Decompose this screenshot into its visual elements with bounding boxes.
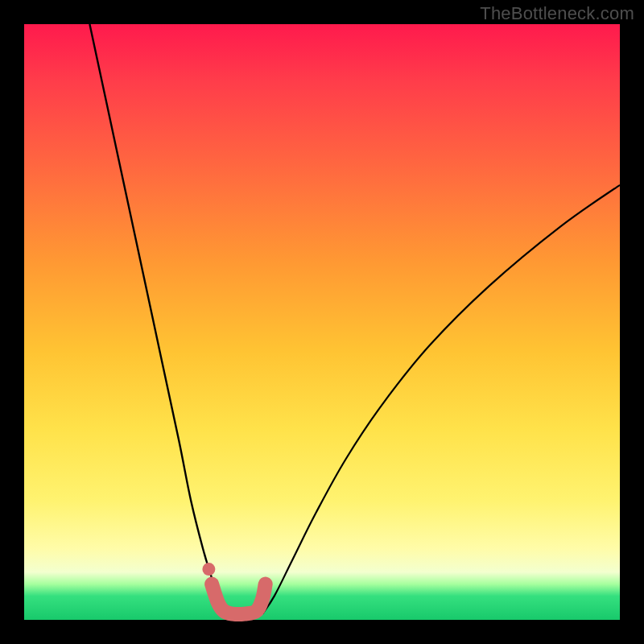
left-curve bbox=[89, 24, 226, 614]
plot-area bbox=[24, 24, 620, 620]
chart-svg bbox=[24, 24, 620, 620]
chart-frame: TheBottleneck.com bbox=[0, 0, 644, 644]
right-curve bbox=[262, 185, 620, 614]
valley-dot bbox=[202, 563, 215, 576]
valley-marker bbox=[212, 584, 266, 614]
watermark-text: TheBottleneck.com bbox=[480, 3, 634, 24]
